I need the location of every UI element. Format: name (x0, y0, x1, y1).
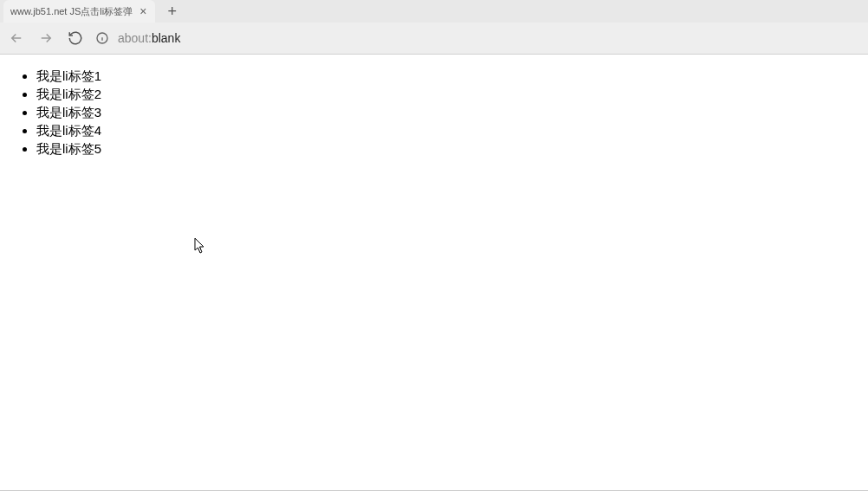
back-button[interactable] (7, 29, 26, 48)
url-bar[interactable]: about:blank (95, 31, 861, 45)
browser-tab[interactable]: www.jb51.net JS点击li标签弹 × (3, 0, 155, 23)
list-item[interactable]: 我是li标签4 (36, 121, 861, 139)
list-item[interactable]: 我是li标签3 (36, 103, 861, 121)
url-scheme: about: (118, 31, 152, 45)
list-item[interactable]: 我是li标签2 (36, 85, 861, 103)
address-bar: about:blank (0, 23, 868, 54)
close-icon[interactable]: × (138, 5, 148, 17)
forward-button[interactable] (36, 29, 55, 48)
list-item[interactable]: 我是li标签5 (36, 139, 861, 158)
reload-button[interactable] (66, 29, 85, 48)
list-item[interactable]: 我是li标签1 (36, 67, 861, 85)
new-tab-button[interactable]: + (162, 3, 182, 19)
tab-title: www.jb51.net JS点击li标签弹 (10, 5, 133, 18)
browser-chrome: www.jb51.net JS点击li标签弹 × + (0, 0, 868, 55)
info-icon[interactable] (95, 31, 109, 45)
url-text: about:blank (118, 31, 180, 45)
page-content: 我是li标签1 我是li标签2 我是li标签3 我是li标签4 我是li标签5 (0, 55, 868, 491)
url-path: blank (152, 31, 180, 45)
item-list: 我是li标签1 我是li标签2 我是li标签3 我是li标签4 我是li标签5 (7, 67, 861, 158)
tabs-bar: www.jb51.net JS点击li标签弹 × + (0, 0, 868, 23)
